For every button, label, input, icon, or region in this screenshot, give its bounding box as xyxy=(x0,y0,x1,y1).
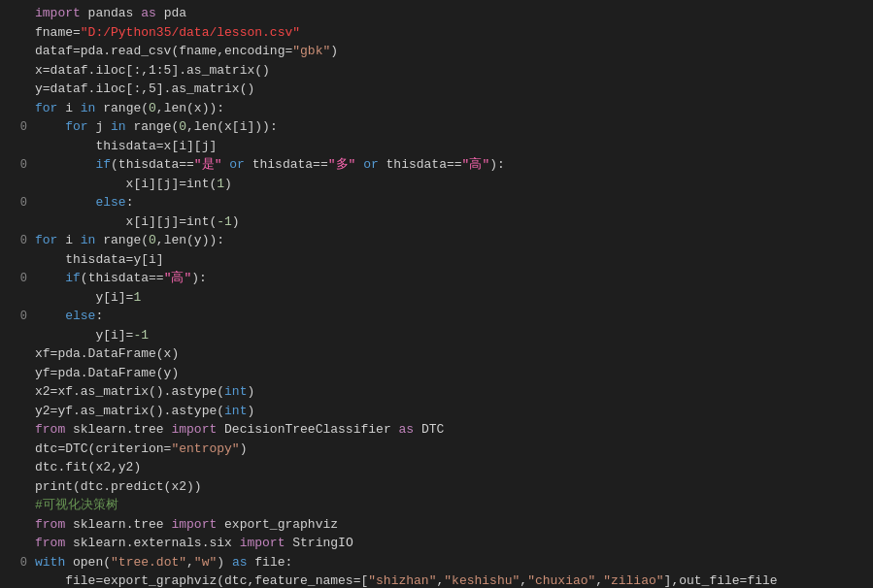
line-number: 0 xyxy=(8,232,27,249)
token: import xyxy=(35,6,81,20)
code-line: y[i]=1 xyxy=(0,288,873,308)
token: ],out_file=file xyxy=(664,573,778,588)
token: xf=pda.DataFrame(x) xyxy=(35,346,179,361)
token: 0 xyxy=(149,233,156,247)
token: ,len(y)): xyxy=(156,233,224,247)
line-content: thisdata=x[i][j] xyxy=(35,137,865,156)
token: (thisdata== xyxy=(111,157,194,172)
token: import xyxy=(171,517,217,532)
token: "tree.dot" xyxy=(111,555,186,570)
token: , xyxy=(520,573,527,588)
code-line: yf=pda.DataFrame(y) xyxy=(0,364,873,383)
token: pandas xyxy=(81,6,141,20)
token: x2=xf.as_matrix().astype( xyxy=(35,384,224,399)
token: "entropy" xyxy=(171,441,239,456)
code-line: dtc=DTC(criterion="entropy") xyxy=(0,440,873,459)
code-line: file=export_graphviz(dtc,feature_names=[… xyxy=(0,572,873,588)
code-line: 0 else: xyxy=(0,193,873,212)
line-number: 0 xyxy=(8,270,27,287)
token: for xyxy=(35,233,57,247)
token: import xyxy=(171,422,217,437)
token: print(dtc.predict(x2)) xyxy=(35,479,202,494)
token: ) xyxy=(217,555,232,570)
token: : xyxy=(95,309,103,323)
code-line: y=dataf.iloc[:,5].as_matrix() xyxy=(0,80,873,99)
token: "是" xyxy=(194,157,222,172)
token: if xyxy=(65,271,81,285)
token: file=export_graphviz(dtc,feature_names=[ xyxy=(35,573,368,588)
code-line: #可视化决策树 xyxy=(0,496,873,515)
line-content: fname="D:/Python35/data/lesson.csv" xyxy=(35,23,865,43)
token: ) xyxy=(330,44,338,58)
code-line: x=dataf.iloc[:,1:5].as_matrix() xyxy=(0,61,873,81)
token: "多" xyxy=(328,157,356,172)
token: -1 xyxy=(133,328,149,343)
line-number: 0 xyxy=(8,194,27,212)
token: , xyxy=(186,555,194,570)
line-content: for i in range(0,len(x)): xyxy=(35,99,865,118)
token: dataf=pda.read_csv(fname,encoding= xyxy=(35,44,292,58)
line-content: for j in range(0,len(x[i])): xyxy=(35,117,865,137)
line-content: y[i]=1 xyxy=(35,288,865,308)
token: "D:/Python35/data/lesson.csv" xyxy=(81,25,300,40)
code-line: thisdata=y[i] xyxy=(0,250,873,270)
code-line: dataf=pda.read_csv(fname,encoding="gbk") xyxy=(0,42,873,61)
token: or xyxy=(363,157,379,172)
line-content: #可视化决策树 xyxy=(35,496,865,515)
token: as xyxy=(232,555,248,570)
token: "w" xyxy=(194,555,217,570)
token: 0 xyxy=(179,119,186,134)
token: yf=pda.DataFrame(y) xyxy=(35,366,179,380)
token xyxy=(355,157,363,172)
token xyxy=(35,271,65,285)
token: "gbk" xyxy=(292,44,330,58)
token: "高" xyxy=(462,157,490,172)
token: x[i][j]=int( xyxy=(35,177,217,191)
line-content: if(thisdata=="是" or thisdata=="多" or thi… xyxy=(35,155,865,175)
token: DTC xyxy=(414,422,444,437)
line-content: if(thisdata=="高"): xyxy=(35,269,865,288)
token: thisdata=y[i] xyxy=(35,252,164,267)
token: y[i]= xyxy=(35,328,133,343)
token: "chuxiao" xyxy=(527,573,595,588)
token: 1 xyxy=(217,177,224,191)
code-line: x[i][j]=int(-1) xyxy=(0,212,873,232)
token: y=dataf.iloc[:,5].as_matrix() xyxy=(35,82,254,96)
code-line: print(dtc.predict(x2)) xyxy=(0,477,873,497)
token: range( xyxy=(95,101,149,115)
token: in xyxy=(81,101,96,115)
code-line: fname="D:/Python35/data/lesson.csv" xyxy=(0,23,873,43)
line-content: dtc=DTC(criterion="entropy") xyxy=(35,440,865,459)
line-number: 0 xyxy=(8,308,27,325)
token: 0 xyxy=(149,101,156,115)
token: "shizhan" xyxy=(368,573,436,588)
token xyxy=(35,195,95,210)
token: as xyxy=(141,6,156,20)
token: in xyxy=(81,233,96,247)
token: sklearn.tree xyxy=(65,517,171,532)
token: file: xyxy=(247,555,292,570)
token: (thisdata== xyxy=(81,271,164,285)
token xyxy=(35,119,65,134)
token: if xyxy=(95,157,111,172)
token: from xyxy=(35,517,65,532)
token: "ziliao" xyxy=(603,573,663,588)
token: thisdata== xyxy=(379,157,462,172)
line-content: dtc.fit(x2,y2) xyxy=(35,458,865,477)
token xyxy=(35,157,95,172)
code-editor: import pandas as pdafname="D:/Python35/d… xyxy=(0,0,873,588)
line-content: yf=pda.DataFrame(y) xyxy=(35,364,865,383)
line-content: thisdata=y[i] xyxy=(35,250,865,270)
line-number: 0 xyxy=(8,156,27,174)
token: y2=yf.as_matrix().astype( xyxy=(35,404,224,418)
token: range( xyxy=(95,233,149,247)
token: ) xyxy=(232,214,240,229)
token: else xyxy=(65,309,95,323)
line-content: from sklearn.tree import export_graphviz xyxy=(35,515,865,535)
code-line: 0for i in range(0,len(y)): xyxy=(0,231,873,250)
token: StringIO xyxy=(285,536,353,550)
token: as xyxy=(398,422,414,437)
token: fname= xyxy=(35,25,81,40)
token: "keshishu" xyxy=(444,573,520,588)
token: thisdata=x[i][j] xyxy=(35,139,217,153)
